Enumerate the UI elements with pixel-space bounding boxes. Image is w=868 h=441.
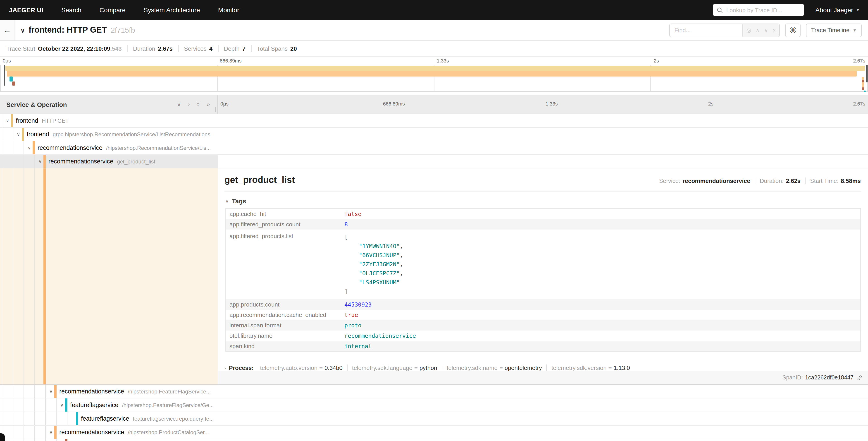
expand-one-icon[interactable]: › [188, 101, 190, 108]
span-row[interactable]: ∨recommendationserviceget_product_list [0, 155, 868, 169]
tag-key: span.kind [226, 343, 341, 350]
about-jaeger-menu[interactable]: About Jaeger ▼ [815, 6, 860, 13]
tag-row[interactable]: app.cache_hitfalse [226, 209, 860, 219]
span-tree-chevron-icon[interactable]: ∨ [60, 403, 64, 408]
collapse-all-icon[interactable]: » [195, 103, 202, 106]
process-value: 1.13.0 [614, 364, 630, 371]
minimap-scrubber-right[interactable] [866, 65, 868, 82]
minimap-span [862, 87, 864, 90]
process-value: 0.34b0 [324, 364, 343, 371]
span-operation-name: /hipstershop.RecommendationService/Lis..… [106, 145, 211, 151]
tag-row[interactable]: otel.library.namerecommendationservice [226, 330, 860, 341]
back-button[interactable]: ← [0, 20, 15, 40]
trace-view-selector[interactable]: Trace Timeline ▼ [806, 23, 862, 37]
trace-title[interactable]: frontend: HTTP GET [29, 25, 107, 35]
span-tree-chevron-icon[interactable]: ∨ [6, 118, 9, 123]
minimap-gap [0, 91, 868, 95]
find-next-icon[interactable]: ∨ [764, 27, 768, 33]
span-meta-item: Service:recommendationservice [654, 177, 755, 184]
tree-guide-line [56, 439, 57, 441]
time-tick-label: 2.67s [853, 101, 865, 107]
minimap-canvas[interactable] [0, 65, 868, 91]
span-row-name[interactable]: featureflagservicefeatureflagservice.rep… [0, 412, 218, 425]
summary-item: Duration2.67s [128, 45, 179, 52]
span-row-name[interactable]: ∨recommendationservice/hipstershop.Produ… [0, 425, 218, 439]
span-rows-top: ∨frontendHTTP GET∨frontendgrpc.hipstersh… [0, 114, 868, 169]
keyboard-shortcuts-button[interactable]: ⌘ [785, 23, 801, 37]
tag-row[interactable]: app.filtered_products.list["1YMWWN1N4O",… [226, 230, 860, 299]
collapse-trace-chevron-icon[interactable]: ∨ [20, 27, 25, 34]
nav-item-system-architecture[interactable]: System Architecture [144, 6, 200, 13]
span-row-name[interactable]: ∨frontendgrpc.hipstershop.Recommendation… [0, 128, 218, 141]
tag-row[interactable]: internal.span.formatproto [226, 320, 860, 330]
span-row[interactable]: ∨recommendationservice/hipstershop.Featu… [0, 385, 868, 399]
collapse-one-icon[interactable]: ∨ [177, 101, 181, 108]
minimap-scrubber-left[interactable] [4, 65, 5, 86]
expand-all-icon[interactable]: » [207, 101, 210, 108]
clear-find-icon[interactable]: × [773, 27, 776, 33]
app-logo[interactable]: JAEGER UI [0, 6, 52, 13]
tag-row[interactable]: app.recommendation.cache_enabledtrue [226, 310, 860, 320]
span-color-strip [65, 439, 67, 441]
span-tree-chevron-icon[interactable]: ∨ [17, 132, 20, 137]
span-row[interactable]: ∨recommendationservice/hipstershop.Recom… [0, 141, 868, 155]
nav-item-compare[interactable]: Compare [99, 6, 126, 13]
time-tick-label: 666.89ms [220, 58, 242, 63]
process-row[interactable]: › Process: telemetry.auto.version=0.34b0… [224, 364, 861, 371]
locate-icon[interactable]: ◎ [746, 27, 751, 33]
span-row[interactable]: ∨frontendgrpc.hipstershop.Recommendation… [0, 128, 868, 141]
minimap-span [5, 66, 865, 70]
tag-row[interactable]: app.products.count44530923 [226, 299, 860, 310]
tree-guide-line [2, 399, 2, 412]
column-resize-grip[interactable] [214, 107, 216, 112]
timeline-ticks: 0μs666.89ms1.33s2s2.67s [218, 95, 868, 114]
span-tree-chevron-icon[interactable]: ∨ [49, 389, 53, 394]
find-prev-icon[interactable]: ∧ [755, 27, 760, 33]
span-row[interactable]: ∨featureflagservice/hipstershop.FeatureF… [0, 399, 868, 412]
span-row-name[interactable]: ∨frontendHTTP GET [0, 114, 218, 127]
span-detail-header: get_product_list Service:recommendations… [224, 175, 861, 185]
span-row[interactable] [0, 439, 868, 441]
span-row-name[interactable]: ∨featureflagservice/hipstershop.FeatureF… [0, 399, 218, 412]
tag-value-text: false [344, 210, 361, 217]
tree-guide-line [67, 412, 67, 425]
span-tree-chevron-icon[interactable]: ∨ [38, 159, 42, 164]
process-equals: = [609, 364, 612, 371]
span-row-name[interactable] [0, 439, 218, 441]
tree-guide-line [2, 412, 2, 425]
span-row[interactable]: ∨recommendationservice/hipstershop.Produ… [0, 425, 868, 439]
trace-view-label: Trace Timeline [811, 27, 850, 33]
span-color-strip [22, 128, 24, 141]
tree-guide-line [34, 425, 35, 439]
tag-row[interactable]: app.filtered_products.count8 [226, 219, 860, 230]
tags-section-header[interactable]: ∨ Tags [225, 198, 861, 205]
span-tree-chevron-icon[interactable]: ∨ [28, 145, 31, 150]
time-tick-label: 666.89ms [383, 101, 405, 107]
tag-row[interactable]: span.kindinternal [226, 341, 860, 351]
tree-guide-line [24, 399, 24, 412]
time-tick-label: 2s [654, 58, 659, 63]
span-meta-value: recommendationservice [682, 177, 750, 184]
span-row-name[interactable]: ∨recommendationserviceget_product_list [0, 155, 218, 168]
span-row-name[interactable]: ∨recommendationservice/hipstershop.Featu… [0, 385, 218, 398]
trace-header: ← ∨ frontend: HTTP GET 2f715fb ◎ ∧ ∨ × ⌘… [0, 20, 868, 41]
copy-link-icon[interactable] [857, 375, 863, 381]
tag-value: 8 [341, 221, 351, 228]
span-row[interactable]: featureflagservicefeatureflagservice.rep… [0, 412, 868, 425]
nav-item-search[interactable]: Search [61, 6, 82, 13]
timeline-header: Service & Operation ∨ › » » 0μs666.89ms1… [0, 95, 868, 114]
find-input[interactable] [670, 24, 742, 36]
span-tree-chevron-icon[interactable]: ∨ [49, 430, 53, 435]
tag-key: app.cache_hit [226, 210, 341, 217]
tag-key: app.filtered_products.list [226, 231, 341, 298]
span-color-strip [43, 155, 46, 168]
tree-guide-line [2, 155, 2, 168]
trace-lookup-input[interactable] [725, 6, 800, 14]
span-row[interactable]: ∨frontendHTTP GET [0, 114, 868, 128]
nav-item-monitor[interactable]: Monitor [218, 6, 239, 13]
span-row-name[interactable]: ∨recommendationservice/hipstershop.Recom… [0, 141, 218, 154]
json-list-item: "LS4PSXUNUM" [344, 278, 403, 287]
trace-lookup-box [713, 4, 804, 16]
summary-item: Services4 [179, 45, 218, 52]
tree-guide-line [2, 128, 2, 141]
